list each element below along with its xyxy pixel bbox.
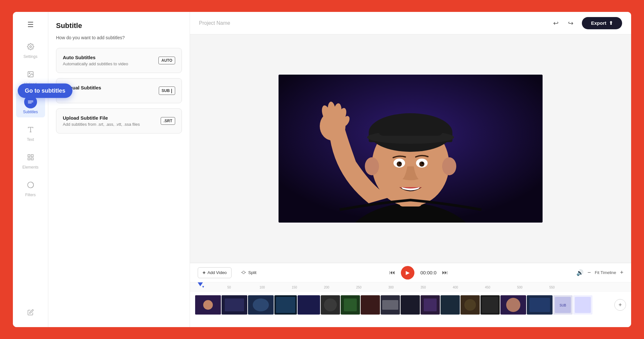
- svg-rect-48: [361, 295, 380, 315]
- track-thumb-3: [274, 295, 297, 315]
- playhead: [198, 282, 203, 286]
- split-button[interactable]: ⧼⧽ Split: [237, 268, 261, 278]
- svg-point-45: [324, 298, 337, 311]
- svg-rect-67: [575, 297, 591, 313]
- sidebar-label-text: Text: [27, 137, 34, 142]
- upload-subtitle-card[interactable]: Upload Subtitle File Add subtitles from …: [56, 108, 182, 133]
- panel-title: Subtitle: [56, 22, 182, 30]
- track-thumb-13: [480, 295, 500, 315]
- undo-button[interactable]: ↩: [550, 17, 562, 29]
- svg-rect-58: [482, 297, 498, 313]
- main-content: Project Name ↩ ↪ Export ⬆: [190, 12, 631, 327]
- svg-rect-50: [382, 300, 398, 310]
- svg-rect-20: [378, 124, 443, 136]
- svg-rect-54: [440, 295, 460, 315]
- undo-redo-group: ↩ ↪: [550, 17, 577, 29]
- skip-forward-button[interactable]: ⏭: [442, 269, 448, 276]
- svg-point-24: [419, 161, 424, 167]
- svg-rect-53: [424, 298, 437, 311]
- timeline-center-controls: ⏮ ▶ 00:00:0 ⏭: [389, 266, 448, 279]
- track-thumb-11: [440, 295, 460, 315]
- header: Project Name ↩ ↪ Export ⬆: [190, 12, 631, 34]
- svg-point-56: [464, 299, 476, 311]
- export-upload-icon: ⬆: [609, 20, 613, 26]
- sidebar-item-settings[interactable]: Settings: [16, 37, 45, 62]
- svg-point-60: [506, 298, 520, 312]
- upload-option-desc: Add subtitles from .srt, .ass, .vtt, .ss…: [63, 122, 140, 127]
- add-track-button[interactable]: +: [614, 299, 626, 311]
- panel-subtitle: How do you want to add subtitles?: [56, 35, 182, 40]
- track-thumb-7: [361, 295, 380, 315]
- svg-rect-5: [28, 103, 32, 104]
- svg-text:SUB: SUB: [560, 304, 566, 307]
- play-button[interactable]: ▶: [401, 266, 414, 279]
- auto-subtitles-card[interactable]: Auto Subtitles Automatically add subtitl…: [56, 48, 182, 73]
- subtitle-panel: Subtitle How do you want to add subtitle…: [48, 12, 190, 327]
- sidebar-item-edit[interactable]: [16, 303, 45, 322]
- main-container: ☰ Settings Upload Subtitles: [13, 12, 631, 327]
- sidebar-label-settings: Settings: [24, 54, 37, 59]
- svg-point-25: [399, 162, 401, 164]
- svg-rect-4: [28, 102, 33, 102]
- svg-point-40: [253, 298, 269, 311]
- sidebar-item-filters[interactable]: Filters: [16, 175, 45, 200]
- svg-rect-47: [344, 298, 357, 311]
- sidebar-item-elements[interactable]: Elements: [16, 148, 45, 173]
- edit-icon: [24, 306, 37, 319]
- svg-rect-11: [28, 158, 30, 160]
- track-thumb-15: [527, 295, 553, 315]
- plus-icon: +: [203, 270, 205, 276]
- sidebar-label-elements: Elements: [22, 165, 38, 170]
- auto-option-title: Auto Subtitles: [63, 55, 128, 60]
- app-body: ☰ Settings Upload Subtitles: [13, 12, 631, 327]
- zoom-in-button[interactable]: +: [620, 269, 623, 276]
- video-area: [190, 34, 631, 263]
- track-thumb-8: [381, 295, 400, 315]
- export-button[interactable]: Export ⬆: [582, 17, 622, 29]
- volume-icon[interactable]: 🔊: [576, 269, 583, 276]
- auto-option-info: Auto Subtitles Automatically add subtitl…: [63, 55, 128, 66]
- svg-rect-38: [225, 298, 244, 311]
- video-preview: [279, 75, 543, 223]
- svg-rect-62: [529, 298, 550, 312]
- menu-icon[interactable]: ☰: [24, 18, 37, 31]
- svg-rect-8: [28, 155, 30, 157]
- redo-button[interactable]: ↪: [564, 17, 577, 29]
- timeline-ruler: ▼ 50 100 150 200 250 300 350 400 450 500…: [190, 282, 631, 292]
- upload-option-title: Upload Subtitle File: [63, 115, 140, 121]
- svg-point-26: [421, 162, 423, 164]
- track-thumb-14: [500, 295, 526, 315]
- sidebar-label-filters: Filters: [25, 193, 36, 197]
- elements-icon: [24, 151, 37, 164]
- timeline-controls: + Add Video ⧼⧽ Split ⏮ ▶ 00:00:0: [190, 263, 631, 282]
- upload-badge: .SRT: [161, 117, 175, 125]
- zoom-out-button[interactable]: −: [587, 269, 591, 276]
- upload-icon: [24, 68, 37, 81]
- header-actions: ↩ ↪ Export ⬆: [550, 17, 622, 29]
- svg-point-0: [30, 46, 32, 48]
- manual-subtitles-card[interactable]: Manual Subtitles placeholder SUB | Go to…: [56, 78, 182, 103]
- play-icon: ▶: [406, 270, 410, 276]
- video-canvas: [279, 75, 543, 223]
- track-thumb-0: [195, 295, 221, 315]
- track-thumb-4: [298, 295, 320, 315]
- fit-timeline-label: Fit Timeline: [595, 270, 616, 275]
- project-name[interactable]: Project Name: [199, 20, 230, 26]
- track-thumb-10: [421, 295, 440, 315]
- svg-rect-9: [31, 155, 33, 157]
- track-thumb-5: [321, 295, 340, 315]
- track-thumb-12: [460, 295, 480, 315]
- time-display: 00:00:0: [420, 270, 436, 275]
- track-thumb-6: [341, 295, 360, 315]
- timeline-left-controls: + Add Video ⧼⧽ Split: [198, 267, 261, 278]
- svg-point-28: [442, 157, 456, 175]
- timeline-section: + Add Video ⧼⧽ Split ⏮ ▶ 00:00:0: [190, 263, 631, 327]
- auto-badge: AUTO: [158, 57, 175, 64]
- timeline-track: SUB +: [190, 292, 631, 318]
- skip-back-button[interactable]: ⏮: [389, 269, 395, 276]
- add-video-button[interactable]: + Add Video: [198, 267, 232, 278]
- filters-icon: [24, 179, 37, 191]
- sidebar-item-text[interactable]: Text: [16, 120, 45, 145]
- timeline-right-controls: 🔊 − Fit Timeline +: [576, 269, 623, 276]
- svg-rect-43: [298, 295, 320, 315]
